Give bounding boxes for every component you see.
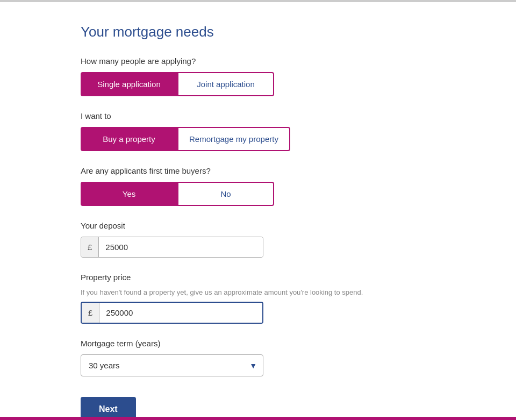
- first-time-section: Are any applicants first time buyers? Ye…: [81, 166, 435, 206]
- property-price-label: Property price: [81, 273, 435, 282]
- no-button[interactable]: No: [177, 182, 274, 206]
- property-price-hint: If you haven't found a property yet, giv…: [81, 288, 435, 296]
- mortgage-term-select[interactable]: 5 years10 years15 years20 years25 years3…: [81, 354, 263, 376]
- application-btn-group: Single application Joint application: [81, 72, 435, 96]
- mortgage-term-label: Mortgage term (years): [81, 339, 435, 348]
- property-price-section: Property price If you haven't found a pr…: [81, 273, 435, 324]
- want-to-label: I want to: [81, 111, 435, 120]
- buy-property-button[interactable]: Buy a property: [81, 127, 177, 151]
- remortgage-button[interactable]: Remortgage my property: [177, 127, 290, 151]
- mortgage-term-select-wrapper: 5 years10 years15 years20 years25 years3…: [81, 354, 263, 376]
- first-time-label: Are any applicants first time buyers?: [81, 166, 435, 175]
- deposit-input[interactable]: [99, 237, 263, 257]
- application-label: How many people are applying?: [81, 56, 435, 66]
- property-price-input[interactable]: [99, 303, 262, 323]
- deposit-prefix: £: [81, 237, 99, 257]
- page-title: Your mortgage needs: [81, 24, 435, 40]
- single-application-button[interactable]: Single application: [81, 72, 177, 96]
- property-price-prefix: £: [82, 303, 99, 323]
- property-price-input-group: £: [81, 302, 263, 324]
- deposit-section: Your deposit £: [81, 221, 435, 258]
- mortgage-term-section: Mortgage term (years) 5 years10 years15 …: [81, 339, 435, 376]
- joint-application-button[interactable]: Joint application: [177, 72, 274, 96]
- yes-button[interactable]: Yes: [81, 182, 177, 206]
- want-to-btn-group: Buy a property Remortgage my property: [81, 127, 435, 151]
- application-section: How many people are applying? Single app…: [81, 56, 435, 96]
- deposit-label: Your deposit: [81, 221, 435, 230]
- want-to-section: I want to Buy a property Remortgage my p…: [81, 111, 435, 151]
- bottom-accent-bar: [0, 417, 516, 420]
- first-time-btn-group: Yes No: [81, 182, 435, 206]
- deposit-input-group: £: [81, 237, 263, 258]
